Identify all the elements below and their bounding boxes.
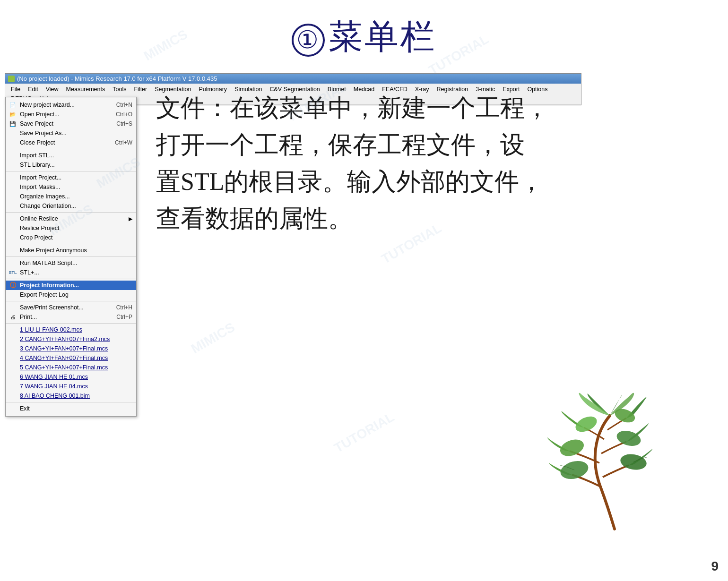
menu-group-4: Online Reslice ▶ Reslice Project Crop Pr… [6, 213, 136, 244]
menu-import-stl[interactable]: Import STL... [6, 151, 136, 160]
shortcut-print: Ctrl+P [107, 314, 132, 320]
svg-point-4 [573, 413, 599, 435]
menu-open-project[interactable]: 📂 Open Project... Ctrl+O [6, 110, 136, 119]
page-title: ①菜单栏 [292, 18, 436, 56]
recent-file-6[interactable]: 6 WANG JIAN HE 01.mcs [6, 372, 136, 382]
stl-icon: STL [9, 269, 17, 276]
menu-print[interactable]: 🖨 Print... Ctrl+P [6, 312, 136, 322]
menu-online-reslice[interactable]: Online Reslice ▶ [6, 214, 136, 223]
title-circle: ① [292, 24, 325, 57]
menu-stl-plus[interactable]: STL STL+... [6, 268, 136, 277]
shortcut-save: Ctrl+S [107, 120, 132, 127]
info-icon: ⓘ [9, 282, 17, 289]
recent-file-7[interactable]: 7 WANG JIAN HE 04.mcs [6, 382, 136, 391]
leaf-svg [534, 392, 695, 534]
recent-file-1[interactable]: 1 LIU LI FANG 002.mcs [6, 325, 136, 334]
menu-group-7: ⓘ Project Information... Export Project … [6, 279, 136, 301]
leaf-illustration [534, 392, 695, 534]
submenu-arrow: ▶ [129, 216, 132, 222]
shortcut-screenshot: Ctrl+H [107, 304, 132, 311]
menu-make-anonymous[interactable]: Make Project Anonymous [6, 246, 136, 255]
menu-view[interactable]: View [42, 85, 62, 94]
menu-save-project-as[interactable]: Save Project As... [6, 128, 136, 138]
recent-file-8[interactable]: 8 AI BAO CHENG 001.bim [6, 391, 136, 401]
menu-organize-images[interactable]: Organize Images... [6, 192, 136, 201]
menu-edit[interactable]: Edit [24, 85, 42, 94]
menu-new-project[interactable]: 📄 New project wizard... Ctrl+N [6, 100, 136, 110]
app-icon [8, 76, 15, 82]
menu-close-project[interactable]: Close Project Ctrl+W [6, 138, 136, 147]
menu-group-exit: Exit [6, 402, 136, 415]
shortcut-new: Ctrl+N [107, 102, 132, 108]
menu-group-6: Run MATLAB Script... STL STL+... [6, 257, 136, 279]
menu-reslice-project[interactable]: Reslice Project [6, 223, 136, 233]
save-icon: 💾 [9, 120, 17, 127]
main-content: 文件：在该菜单中，新建一个工程， 打开一个工程，保存工程文件，设 置STL的根目… [142, 80, 714, 543]
new-doc-icon: 📄 [9, 102, 17, 108]
menu-export-project-log[interactable]: Export Project Log [6, 290, 136, 299]
menu-import-masks[interactable]: Import Masks... [6, 182, 136, 192]
menu-group-3: Import Project... Import Masks... Organi… [6, 171, 136, 213]
print-icon: 🖨 [9, 314, 17, 320]
recent-file-3[interactable]: 3 CANG+YI+FAN+007+Final.mcs [6, 344, 136, 353]
page-number: 9 [711, 559, 719, 574]
chinese-description: 文件：在该菜单中，新建一个工程， 打开一个工程，保存工程文件，设 置STL的根目… [142, 80, 567, 247]
recent-file-5[interactable]: 5 CANG+YI+FAN+007+Final.mcs [6, 363, 136, 372]
menu-save-print-screenshot[interactable]: Save/Print Screenshot... Ctrl+H [6, 303, 136, 312]
menu-group-1: 📄 New project wizard... Ctrl+N 📂 Open Pr… [6, 99, 136, 149]
open-folder-icon: 📂 [9, 111, 17, 118]
file-dropdown: 📄 New project wizard... Ctrl+N 📂 Open Pr… [5, 97, 137, 417]
menu-exit[interactable]: Exit [6, 404, 136, 413]
menu-group-2: Import STL... STL Library... [6, 149, 136, 171]
menu-group-5: Make Project Anonymous [6, 244, 136, 257]
menu-save-project[interactable]: 💾 Save Project Ctrl+S [6, 119, 136, 128]
shortcut-close: Ctrl+W [105, 139, 132, 146]
menu-run-matlab[interactable]: Run MATLAB Script... [6, 258, 136, 268]
page-title-area: ①菜单栏 [0, 0, 728, 69]
menu-group-8: Save/Print Screenshot... Ctrl+H 🖨 Print.… [6, 301, 136, 324]
menu-group-recent: 1 LIU LI FANG 002.mcs 2 CANG+YI+FAN+007+… [6, 324, 136, 402]
menu-project-information[interactable]: ⓘ Project Information... [6, 281, 136, 290]
recent-file-2[interactable]: 2 CANG+YI+FAN+007+Fina2.mcs [6, 334, 136, 344]
menu-stl-library[interactable]: STL Library... [6, 160, 136, 170]
menu-measurements[interactable]: Measurements [62, 85, 109, 94]
menu-file[interactable]: File [7, 85, 24, 94]
menu-tools[interactable]: Tools [109, 85, 130, 94]
menu-change-orientation[interactable]: Change Orientation... [6, 201, 136, 211]
menu-import-project[interactable]: Import Project... [6, 173, 136, 182]
menu-crop-project[interactable]: Crop Project [6, 233, 136, 242]
shortcut-open: Ctrl+O [106, 111, 132, 118]
recent-file-4[interactable]: 4 CANG+YI+FAN+007+Final.mcs [6, 353, 136, 363]
